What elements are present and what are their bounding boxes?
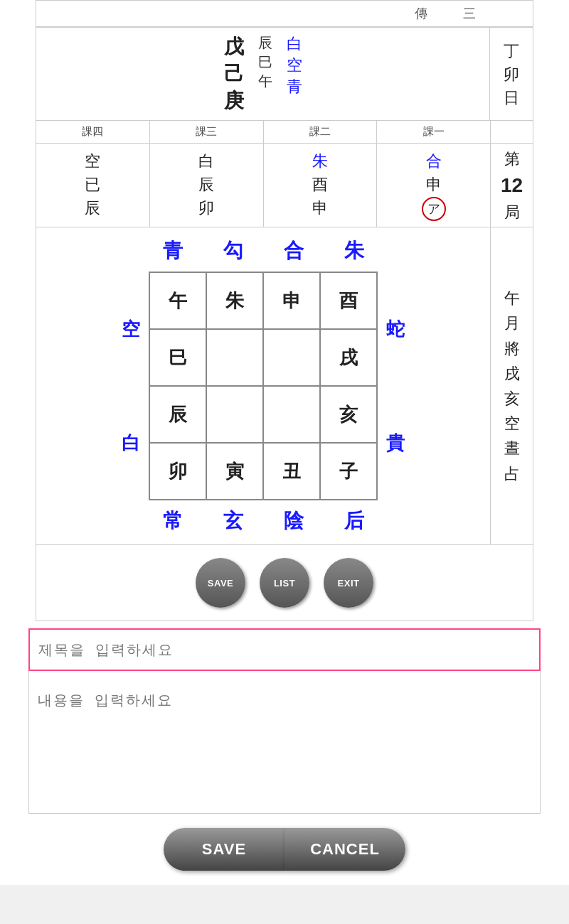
right-hai-label: 亥: [504, 386, 520, 411]
ke1-content: 合 申 ア: [377, 144, 490, 227]
bottom-grid-char-chang: 常: [144, 507, 201, 534]
bottom-grid-char-xuan: 玄: [205, 507, 262, 534]
top-grid-char-zhu: 朱: [326, 237, 383, 264]
grid-cell-xu: 戌: [320, 329, 377, 386]
grid-cell-chou: 丑: [263, 443, 320, 500]
header-san: 三: [463, 5, 476, 22]
save-button[interactable]: SAVE: [196, 558, 245, 608]
right-jiang-label: 將: [504, 336, 520, 361]
ke2-header: 課二: [264, 121, 378, 143]
header-fu: 傳: [415, 5, 427, 22]
ke2-content: 朱酉申: [264, 144, 378, 227]
ke1-header: 課一: [377, 121, 490, 143]
right-kong-label: 空: [504, 411, 520, 436]
list-button[interactable]: LIST: [260, 558, 309, 608]
left-grid-label-bai: 白: [122, 431, 140, 456]
left-grid-label-kong: 空: [122, 317, 140, 342]
grid-cell-zi: 子: [320, 443, 377, 500]
content-input[interactable]: [29, 671, 540, 813]
top-char-2-1: 己: [224, 60, 244, 87]
right-wu2-label: 戌: [504, 361, 520, 386]
right-num: 12: [501, 171, 523, 200]
grid-cell-you: 酉: [320, 272, 377, 329]
title-input[interactable]: [30, 630, 539, 670]
grid-cell-empty-2-2: [206, 329, 263, 386]
grid-cell-empty-3-2: [206, 386, 263, 443]
top-grid-char-he: 合: [265, 237, 322, 264]
top-char-3-3: 青: [287, 76, 302, 97]
grid-cell-mao: 卯: [149, 443, 206, 500]
right-zhou-label: 晝: [504, 436, 520, 461]
grid-cell-wu: 午: [149, 272, 206, 329]
right-di: 第: [504, 147, 520, 171]
grid-cell-zhu: 朱: [206, 272, 263, 329]
top-char-2-3: 空: [287, 55, 302, 76]
right-ding: 丁: [504, 39, 519, 63]
grid-cell-shen: 申: [263, 272, 320, 329]
right-grid-label-she: 蛇: [386, 317, 405, 342]
grid-cell-empty-3-3: [263, 386, 320, 443]
right-zhan-label: 占: [504, 461, 520, 486]
right-wu-label: 午: [504, 286, 520, 311]
right-ju: 局: [504, 200, 520, 224]
right-grid-label-gui: 貴: [386, 431, 405, 456]
grid-cell-chen: 辰: [149, 386, 206, 443]
top-char-1-2: 辰: [258, 33, 272, 53]
top-char-3-2: 午: [258, 72, 272, 91]
right-mao: 卯: [504, 63, 519, 86]
top-grid-char-gou: 勾: [205, 237, 262, 264]
right-yue-label: 月: [504, 311, 520, 335]
bottom-save-button[interactable]: SAVE: [164, 828, 284, 871]
grid-cell-si: 巳: [149, 329, 206, 386]
top-grid-char-qing: 青: [144, 237, 201, 264]
ke3-header: 課三: [150, 121, 264, 143]
ke4-content: 空已辰: [36, 144, 150, 227]
grid-cell-yin: 寅: [206, 443, 263, 500]
ke3-content: 白辰卯: [150, 144, 264, 227]
top-char-1-3: 白: [287, 33, 302, 55]
top-char-3-1: 庚: [224, 87, 244, 114]
grid-cell-hai: 亥: [320, 386, 377, 443]
bottom-grid-char-hou: 后: [326, 507, 383, 534]
bottom-cancel-button[interactable]: CANCEL: [284, 828, 405, 871]
exit-button[interactable]: EXIT: [324, 558, 373, 608]
bottom-grid-char-yin: 陰: [265, 507, 322, 534]
top-char-2-2: 巳: [258, 53, 272, 72]
right-ri: 日: [504, 86, 519, 109]
top-char-1-1: 戊: [224, 33, 244, 60]
ke4-header: 課四: [36, 121, 150, 143]
grid-cell-empty-2-3: [263, 329, 320, 386]
